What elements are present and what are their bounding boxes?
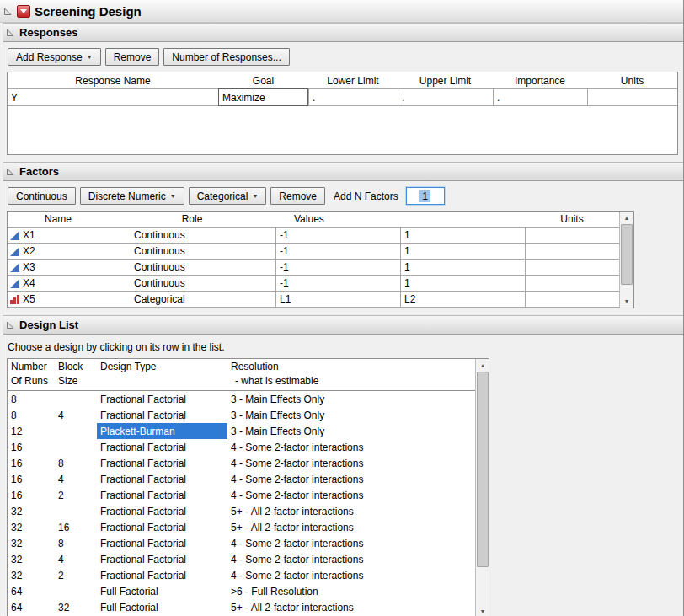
disclosure-triangle-icon[interactable] <box>6 320 15 329</box>
responses-body: Add Response ▼ Remove Number of Response… <box>3 42 683 162</box>
design-runs: 16 <box>8 455 55 471</box>
design-list-scrollbar[interactable]: ▲ ▼ <box>475 359 489 616</box>
design-row[interactable]: 32 4 Fractional Factorial 4 - Some 2-fac… <box>8 551 475 567</box>
col-header-response-name: Response Name <box>8 75 218 87</box>
design-resolution: >6 - Full Resolution <box>227 583 475 599</box>
design-row[interactable]: 64 32 Full Factorial 5+ - All 2-factor i… <box>8 599 475 615</box>
factor-name-cell[interactable]: X2 <box>23 245 35 257</box>
factor-value-low-cell[interactable]: L1 <box>275 292 400 307</box>
design-row[interactable]: 8 Fractional Factorial 3 - Main Effects … <box>8 391 475 407</box>
design-list-section-header[interactable]: Design List <box>3 315 683 335</box>
factor-name-cell[interactable]: X4 <box>23 277 35 289</box>
add-n-factors-value: 1 <box>419 190 430 202</box>
scroll-up-icon[interactable]: ▲ <box>620 212 633 224</box>
factor-name-cell[interactable]: X5 <box>23 293 35 305</box>
design-resolution: 4 - Some 2-factor interactions <box>227 551 475 567</box>
dropdown-arrow-icon: ▼ <box>252 193 258 199</box>
design-type: Full Factorial <box>97 599 227 615</box>
response-importance-cell[interactable]: . <box>493 88 587 106</box>
remove-factor-button[interactable]: Remove <box>270 187 325 205</box>
factor-value-high-cell[interactable]: 1 <box>400 276 525 291</box>
design-runs: 32 <box>8 519 55 535</box>
response-lower-limit-cell[interactable]: . <box>308 88 398 106</box>
factor-units-cell[interactable] <box>525 276 619 291</box>
col-header-units: Units <box>587 75 677 87</box>
factor-units-cell[interactable] <box>525 244 619 259</box>
factor-name-cell[interactable]: X1 <box>23 229 35 241</box>
factors-scrollbar[interactable]: ▲ ▼ <box>619 212 633 308</box>
col-header-block: Block <box>58 360 97 374</box>
factors-section-header[interactable]: Factors <box>3 162 683 181</box>
factor-units-cell[interactable] <box>525 260 619 275</box>
design-row[interactable]: 32 2 Fractional Factorial 4 - Some 2-fac… <box>8 567 475 583</box>
responses-table-header: Response Name Goal Lower Limit Upper Lim… <box>8 72 677 88</box>
scroll-down-icon[interactable]: ▼ <box>620 295 633 308</box>
col-header-of-runs: Of Runs <box>11 374 55 388</box>
design-row[interactable]: 16 Fractional Factorial 4 - Some 2-facto… <box>8 439 475 455</box>
factors-scrollbar-track[interactable] <box>620 224 633 295</box>
discrete-numeric-button[interactable]: Discrete Numeric ▼ <box>80 187 184 205</box>
design-row[interactable]: 16 8 Fractional Factorial 4 - Some 2-fac… <box>8 455 475 471</box>
factor-role-cell[interactable]: Categorical <box>109 292 275 307</box>
design-block-size: 16 <box>55 519 97 535</box>
design-row[interactable]: 8 4 Fractional Factorial 3 - Main Effect… <box>8 407 475 423</box>
scroll-down-icon[interactable]: ▼ <box>476 605 489 616</box>
factor-value-low-cell[interactable]: -1 <box>275 244 400 259</box>
factor-value-low-cell[interactable]: -1 <box>275 228 400 243</box>
col-header-estimable: - what is estimable <box>231 374 475 388</box>
design-type: Full Factorial <box>97 583 227 599</box>
factor-value-high-cell[interactable]: 1 <box>400 244 525 259</box>
responses-section-header[interactable]: Responses <box>3 23 683 42</box>
remove-response-button[interactable]: Remove <box>105 48 160 66</box>
col-header-size: Size <box>58 374 97 388</box>
factor-value-low-cell[interactable]: -1 <box>275 276 400 291</box>
continuous-button[interactable]: Continuous <box>8 187 76 205</box>
design-block-size <box>55 439 97 455</box>
factor-role-cell[interactable]: Continuous <box>109 276 275 291</box>
design-row[interactable]: 64 Full Factorial >6 - Full Resolution <box>8 583 475 599</box>
categorical-button[interactable]: Categorical ▼ <box>189 187 267 205</box>
factors-scrollbar-thumb[interactable] <box>621 224 633 285</box>
design-runs: 64 <box>8 583 55 599</box>
design-row-selected[interactable]: 12 Plackett-Burman 3 - Main Effects Only <box>8 423 475 439</box>
factor-value-high-cell[interactable]: 1 <box>400 260 525 275</box>
factor-units-cell[interactable] <box>525 292 619 307</box>
response-upper-limit-cell[interactable]: . <box>398 88 493 106</box>
design-runs: 32 <box>8 551 55 567</box>
disclosure-triangle-icon[interactable] <box>3 7 13 16</box>
disclosure-triangle-icon[interactable] <box>6 167 15 176</box>
factor-units-cell[interactable] <box>525 228 619 243</box>
number-of-responses-button[interactable]: Number of Responses... <box>163 48 289 66</box>
page-title: Screening Design <box>35 4 142 19</box>
scroll-up-icon[interactable]: ▲ <box>476 359 489 372</box>
design-resolution: 4 - Some 2-factor interactions <box>227 567 475 583</box>
factor-name-cell[interactable]: X3 <box>23 261 35 273</box>
factor-role-cell[interactable]: Continuous <box>109 228 275 243</box>
design-runs: 8 <box>8 407 55 423</box>
add-n-factors-input[interactable]: 1 <box>406 187 445 205</box>
factor-value-high-cell[interactable]: L2 <box>400 292 525 307</box>
red-triangle-menu-button[interactable] <box>17 5 30 18</box>
add-response-button[interactable]: Add Response ▼ <box>8 48 101 66</box>
col-header-goal: Goal <box>218 75 308 87</box>
factor-value-high-cell[interactable]: 1 <box>400 228 525 243</box>
response-name-cell[interactable]: Y <box>8 88 218 106</box>
col-header-role: Role <box>109 213 275 225</box>
design-runs: 32 <box>8 535 55 551</box>
factor-value-low-cell[interactable]: -1 <box>275 260 400 275</box>
design-row[interactable]: 16 4 Fractional Factorial 4 - Some 2-fac… <box>8 471 475 487</box>
design-row[interactable]: 32 16 Fractional Factorial 5+ - All 2-fa… <box>8 519 475 535</box>
disclosure-triangle-icon[interactable] <box>6 28 15 37</box>
design-block-size <box>55 583 97 599</box>
factor-role-cell[interactable]: Continuous <box>109 260 275 275</box>
response-goal-cell[interactable]: Maximize <box>218 88 308 106</box>
design-row[interactable]: 32 Fractional Factorial 5+ - All 2-facto… <box>8 503 475 519</box>
factors-body: Continuous Discrete Numeric ▼ Categorica… <box>3 181 683 315</box>
design-row[interactable]: 16 2 Fractional Factorial 4 - Some 2-fac… <box>8 487 475 503</box>
design-row[interactable]: 32 8 Fractional Factorial 4 - Some 2-fac… <box>8 535 475 551</box>
factor-role-cell[interactable]: Continuous <box>109 244 275 259</box>
design-type: Fractional Factorial <box>97 567 227 583</box>
response-units-cell[interactable] <box>587 88 677 106</box>
design-list-scrollbar-track[interactable] <box>476 372 489 605</box>
design-list-scrollbar-thumb[interactable] <box>477 372 489 567</box>
